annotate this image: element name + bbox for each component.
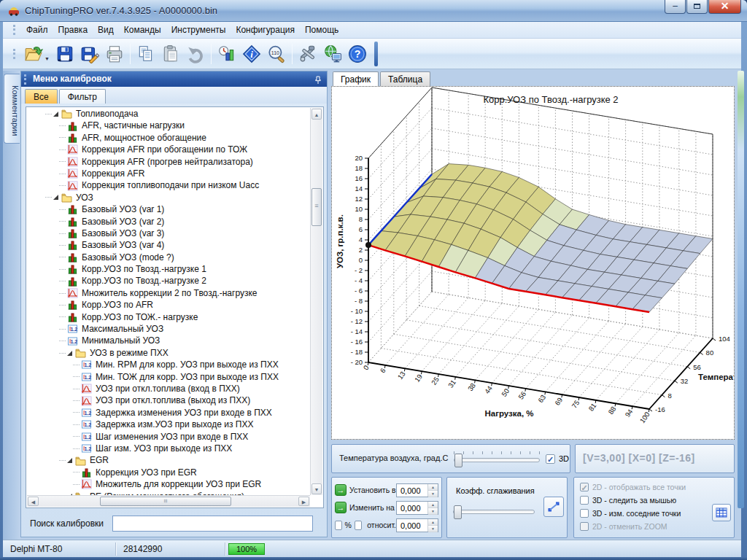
scrollbar-thumb[interactable] [100, 497, 231, 506]
spin-down-icon[interactable]: ▼ [428, 508, 438, 515]
statistics-button[interactable] [214, 42, 239, 66]
tree-item[interactable]: 1.2Минимальный УОЗ [27, 335, 310, 346]
set-to-value[interactable]: 0,000 [397, 484, 427, 497]
menu-item-Вид[interactable]: Вид [93, 23, 119, 37]
slider-thumb[interactable] [454, 454, 462, 467]
tree-item[interactable]: Корр.УОЗ по Твозд.-нагрузке 1 [27, 263, 310, 275]
tree-item[interactable]: 1.2Мин. ТОЖ для корр. УОЗ при выходе из … [27, 371, 310, 383]
scroll-down-icon[interactable]: ▼ [311, 483, 322, 494]
spin-down-icon[interactable]: ▼ [428, 491, 438, 497]
expand-arrow-icon[interactable] [53, 112, 58, 117]
find-value-button[interactable]: 110 [264, 42, 289, 66]
tree-item[interactable]: AFR, мощностное обогащение [27, 132, 310, 144]
tree-folder[interactable]: УОЗ в режиме ПХХ [27, 347, 310, 359]
change-by-value[interactable]: 0,000 [397, 502, 427, 514]
change-by-input[interactable]: 0,000 ▲▼ [396, 501, 438, 515]
help-button[interactable]: ? [345, 42, 370, 66]
3d-checkbox[interactable] [546, 454, 555, 464]
tree-item[interactable]: УОЗ при откл.топлива (вход в ПХХ) [27, 383, 310, 394]
tab-all[interactable]: Все [25, 89, 58, 104]
spin-up-icon[interactable]: ▲ [428, 502, 438, 508]
tree-item[interactable]: УОЗ при откл.топлива (выход из ПХХ) [27, 394, 310, 406]
expand-arrow-icon[interactable] [67, 351, 72, 356]
table-view-button[interactable] [712, 504, 731, 521]
tree-item[interactable]: Коррекция AFR при обогащении по ТОЖ [27, 144, 310, 155]
tree-item[interactable]: 1.2Задержка изм.УОЗ при выходе из ПХХ [27, 419, 310, 430]
apply-change-button[interactable]: → [335, 502, 347, 513]
maximize-button[interactable] [686, 0, 708, 14]
tree-item[interactable]: 1.2Задержка изменения УОЗ при входе в ПХ… [27, 407, 310, 419]
option-checkbox[interactable] [580, 496, 589, 505]
tree-item[interactable]: Базовый УОЗ (var 2) [27, 216, 310, 228]
percent-checkbox[interactable] [335, 521, 342, 530]
relative-checkbox[interactable] [355, 521, 362, 530]
relative-input[interactable]: 0,000 ▲▼ [396, 518, 438, 532]
apply-set-button[interactable]: → [335, 484, 347, 496]
menu-item-Файл[interactable]: Файл [21, 23, 53, 37]
menu-item-Конфигурация[interactable]: Конфигурация [231, 23, 300, 37]
connection-button[interactable] [320, 42, 345, 66]
tree-item[interactable]: Базовый УОЗ (var 3) [27, 228, 310, 239]
paste-button[interactable] [158, 42, 183, 66]
search-input[interactable] [112, 516, 313, 532]
tree-item[interactable]: Базовый УОЗ (mode ?) [27, 252, 310, 263]
tree-horizontal-scrollbar[interactable]: ◀ ▶ [27, 495, 310, 507]
tree-folder[interactable]: Топливоподача [27, 108, 310, 120]
menubar-grip[interactable] [13, 25, 15, 35]
menu-item-Помощь[interactable]: Помощь [300, 23, 344, 37]
tab-filter[interactable]: Фильтр [59, 89, 106, 104]
slider-thumb[interactable] [454, 505, 462, 519]
expand-arrow-icon[interactable] [53, 195, 58, 200]
menu-item-Правка[interactable]: Правка [53, 23, 93, 37]
tree-item[interactable]: Коррекция AFR (прогрев нейтрализатора) [27, 156, 310, 168]
menu-item-Инструменты[interactable]: Инструменты [166, 23, 231, 37]
minimize-button[interactable]: – [665, 0, 686, 14]
tree-item[interactable]: 1.2Максимальный УОЗ [27, 323, 310, 335]
tab-graph[interactable]: График [333, 71, 379, 86]
tree-folder[interactable]: УОЗ [27, 192, 310, 203]
tree-item[interactable]: Коррекция топливоподачи при низком Uacc [27, 179, 310, 191]
open-file-button[interactable] [21, 42, 46, 66]
menu-item-Команды[interactable]: Команды [119, 23, 166, 37]
tree-item[interactable]: Корр.УОЗ по Твозд.-нагрузке 2 [27, 275, 310, 287]
save-as-button[interactable] [77, 42, 102, 66]
option-checkbox[interactable] [580, 509, 589, 518]
spin-up-icon[interactable]: ▲ [428, 484, 438, 491]
set-to-input[interactable]: 0,000 ▲▼ [396, 483, 438, 497]
comments-tab[interactable]: Комментарии [4, 74, 20, 144]
spin-down-icon[interactable]: ▼ [428, 526, 438, 532]
tab-table[interactable]: Таблица [380, 71, 430, 86]
relative-value[interactable]: 0,000 [397, 519, 427, 532]
expand-arrow-icon[interactable] [67, 458, 72, 463]
tree-item[interactable]: AFR, частичные нагрузки [27, 120, 310, 131]
tools-button[interactable] [295, 42, 320, 66]
chart-area[interactable]: - 20- 18- 16- 14- 12- 10- 8- 6- 4- 20246… [331, 86, 735, 440]
scroll-right-icon[interactable]: ▶ [298, 497, 309, 506]
toolbar-grip[interactable] [13, 49, 15, 59]
tree-item[interactable]: Корр.УОЗ по AFR [27, 299, 310, 311]
smoothing-apply-button[interactable] [543, 497, 564, 517]
save-button[interactable] [53, 42, 77, 66]
titlebar[interactable]: ChipTuningPRO ver.7.4.3.925 - A0000000.b… [0, 0, 747, 22]
info-button[interactable]: i [239, 42, 264, 66]
tree-item[interactable]: 1.2Мин. RPM для корр. УОЗ при выходе из … [27, 359, 310, 370]
tree-item[interactable]: Базовый УОЗ (var 1) [27, 203, 310, 215]
copy-button[interactable] [133, 42, 158, 66]
tree-item[interactable]: Коррекция AFR [27, 168, 310, 179]
tree-item[interactable]: Базовый УОЗ (var 4) [27, 239, 310, 251]
scroll-left-icon[interactable]: ◀ [28, 497, 39, 506]
scrollbar-thumb[interactable] [311, 188, 322, 226]
air-temp-slider[interactable] [454, 458, 540, 462]
tree-item[interactable]: Множитель коррекции 2 по Твозд.-нагрузке [27, 287, 310, 299]
close-button[interactable]: ✕ [708, 0, 741, 14]
calibration-panel-header[interactable]: Меню калибровок [21, 71, 327, 87]
option-checkbox[interactable] [580, 522, 589, 531]
option-checkbox[interactable] [580, 483, 589, 491]
smoothing-slider[interactable] [453, 510, 535, 514]
spin-up-icon[interactable]: ▲ [428, 519, 438, 526]
tree-item[interactable]: Корр.УОЗ по ТОЖ.- нагрузке [27, 311, 310, 323]
scroll-up-icon[interactable]: ▲ [311, 109, 322, 120]
pin-icon[interactable] [314, 74, 324, 85]
undo-button[interactable] [183, 42, 208, 66]
print-button[interactable] [102, 42, 127, 66]
